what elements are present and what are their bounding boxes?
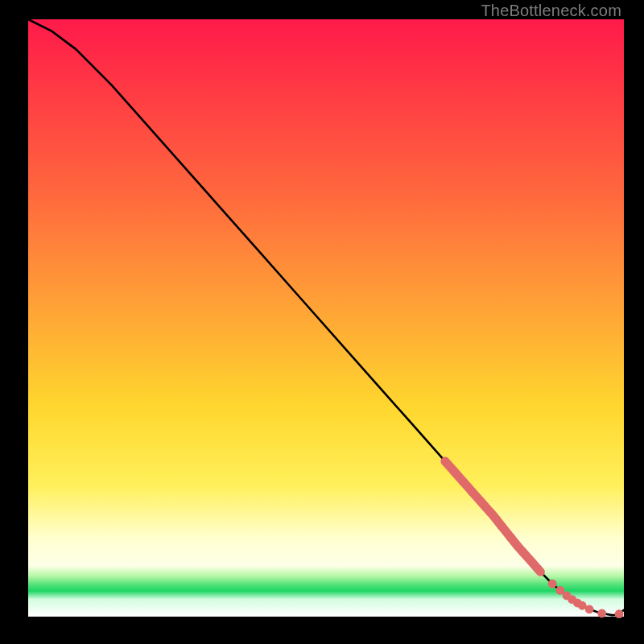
data-dot [615, 609, 624, 618]
data-dot [597, 609, 606, 618]
data-dot [497, 522, 506, 530]
performance-curve [28, 19, 624, 615]
curve-highlight [445, 461, 540, 572]
data-dot [548, 580, 557, 588]
data-dot [585, 605, 594, 613]
chart-overlay [28, 19, 624, 617]
chart-plot-area [28, 19, 624, 617]
data-dot [506, 533, 515, 542]
data-dot [441, 457, 450, 466]
watermark-credit: TheBottleneck.com [481, 2, 621, 20]
data-dot [518, 547, 527, 556]
data-dot [533, 564, 542, 573]
data-dot [459, 477, 468, 486]
data-dot [477, 497, 485, 506]
curve-highlight-segments [445, 461, 540, 572]
data-dot [485, 507, 494, 516]
data-dot [450, 467, 459, 476]
data-dot [468, 487, 477, 496]
